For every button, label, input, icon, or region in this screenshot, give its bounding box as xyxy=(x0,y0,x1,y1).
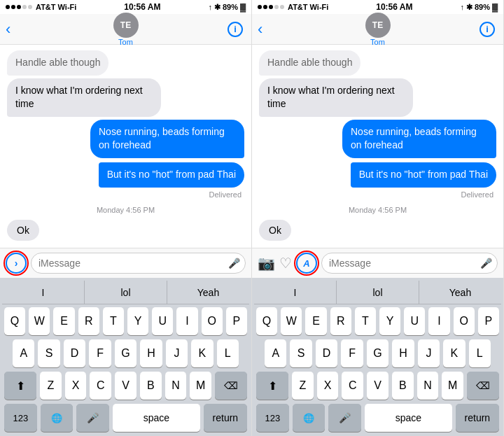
key-mic[interactable]: 🎤 xyxy=(328,404,361,432)
bubble-incoming: Handle able though xyxy=(7,50,108,76)
back-button-right[interactable]: ‹ xyxy=(258,20,262,38)
predictive-item[interactable]: Yeah xyxy=(419,281,501,304)
key-return[interactable]: return xyxy=(456,404,499,432)
key-z[interactable]: Z xyxy=(292,372,314,400)
key-b[interactable]: B xyxy=(392,372,414,400)
key-space[interactable]: space xyxy=(113,404,200,432)
key-t[interactable]: T xyxy=(355,307,376,335)
key-l[interactable]: L xyxy=(217,339,239,367)
key-f[interactable]: F xyxy=(341,339,363,367)
key-y[interactable]: Y xyxy=(379,307,400,335)
key-m[interactable]: M xyxy=(190,372,211,400)
app-store-button-right[interactable]: A xyxy=(296,253,317,274)
key-s[interactable]: S xyxy=(290,339,312,367)
key-globe[interactable]: 🌐 xyxy=(293,404,326,432)
avatar-right: TE xyxy=(365,13,391,38)
key-e[interactable]: E xyxy=(53,307,74,335)
key-a[interactable]: A xyxy=(265,339,286,367)
key-v[interactable]: V xyxy=(367,372,388,400)
key-p[interactable]: P xyxy=(478,307,499,335)
key-q[interactable]: Q xyxy=(256,307,277,335)
key-space[interactable]: space xyxy=(365,404,452,432)
key-p[interactable]: P xyxy=(226,307,247,335)
key-l[interactable]: L xyxy=(469,339,491,367)
message-input-left[interactable] xyxy=(31,253,246,274)
key-m[interactable]: M xyxy=(442,372,463,400)
predictive-bar-right: I lol Yeah xyxy=(254,281,501,304)
key-t[interactable]: T xyxy=(103,307,124,335)
back-button-left[interactable]: ‹ xyxy=(6,20,10,38)
key-shift[interactable]: ⬆ xyxy=(4,372,36,400)
predictive-item[interactable]: lol xyxy=(85,281,167,304)
key-i[interactable]: I xyxy=(176,307,197,335)
message-row: But it's no "hot" from pad Thai xyxy=(7,161,244,188)
key-row: ⬆ Z X C V B N M ⌫ xyxy=(4,372,247,400)
key-x[interactable]: X xyxy=(65,372,87,400)
key-mic[interactable]: 🎤 xyxy=(76,404,109,432)
predictive-item[interactable]: lol xyxy=(337,281,419,304)
key-j[interactable]: J xyxy=(418,339,440,367)
battery-icon-left: ▓ xyxy=(240,3,246,11)
key-k[interactable]: K xyxy=(443,339,465,367)
key-o[interactable]: O xyxy=(454,307,475,335)
key-return[interactable]: return xyxy=(204,404,247,432)
key-r[interactable]: R xyxy=(330,307,351,335)
key-u[interactable]: U xyxy=(404,307,425,335)
key-u[interactable]: U xyxy=(152,307,173,335)
predictive-item[interactable]: I xyxy=(254,281,337,304)
key-f[interactable]: F xyxy=(89,339,111,367)
heart-icon[interactable]: ♡ xyxy=(279,255,292,272)
battery-label-left: 89% xyxy=(223,3,238,11)
key-g[interactable]: G xyxy=(115,339,136,367)
key-d[interactable]: D xyxy=(316,339,337,367)
key-w[interactable]: W xyxy=(281,307,302,335)
camera-icon[interactable]: 📷 xyxy=(258,255,275,272)
key-h[interactable]: H xyxy=(392,339,414,367)
key-c[interactable]: C xyxy=(90,372,111,400)
key-n[interactable]: N xyxy=(417,372,439,400)
message-row: But it's no "hot" from pad Thai xyxy=(259,161,496,188)
key-s[interactable]: S xyxy=(38,339,59,367)
predictive-item[interactable]: I xyxy=(2,281,85,304)
key-v[interactable]: V xyxy=(115,372,136,400)
predictive-item[interactable]: Yeah xyxy=(167,281,249,304)
key-k[interactable]: K xyxy=(191,339,213,367)
messages-area-left: Handle able though I know what I'm order… xyxy=(0,45,251,248)
key-j[interactable]: J xyxy=(166,339,188,367)
key-c[interactable]: C xyxy=(342,372,363,400)
mic-icon-left: 🎤 xyxy=(228,258,240,269)
message-input-right[interactable] xyxy=(321,253,498,274)
key-e[interactable]: E xyxy=(305,307,326,335)
key-b[interactable]: B xyxy=(140,372,162,400)
key-y[interactable]: Y xyxy=(127,307,148,335)
key-x[interactable]: X xyxy=(317,372,339,400)
key-w[interactable]: W xyxy=(29,307,50,335)
key-number[interactable]: 123 xyxy=(4,404,37,432)
key-q[interactable]: Q xyxy=(4,307,25,335)
carrier-label-left: AT&T Wi-Fi xyxy=(36,3,76,11)
info-button-right[interactable]: i xyxy=(479,22,495,37)
key-row: Q W E R T Y U I O P xyxy=(4,307,247,335)
key-z[interactable]: Z xyxy=(40,372,62,400)
key-o[interactable]: O xyxy=(202,307,223,335)
key-delete[interactable]: ⌫ xyxy=(467,372,499,400)
expand-button-left[interactable]: › xyxy=(6,253,27,274)
key-a[interactable]: A xyxy=(13,339,34,367)
input-wrapper-right: 🎤 xyxy=(321,253,498,274)
key-d[interactable]: D xyxy=(64,339,85,367)
contact-name-left: Tom xyxy=(118,38,133,46)
key-row-bottom: 123 🌐 🎤 space return xyxy=(4,404,247,432)
key-r[interactable]: R xyxy=(78,307,99,335)
key-number[interactable]: 123 xyxy=(256,404,289,432)
key-shift[interactable]: ⬆ xyxy=(256,372,288,400)
key-g[interactable]: G xyxy=(367,339,388,367)
contact-info-left[interactable]: TE Tom xyxy=(113,13,139,46)
key-h[interactable]: H xyxy=(140,339,162,367)
bubble-outgoing: Nose running, beads forming on forehead xyxy=(90,120,244,158)
key-n[interactable]: N xyxy=(165,372,187,400)
key-i[interactable]: I xyxy=(428,307,449,335)
key-globe[interactable]: 🌐 xyxy=(41,404,74,432)
info-button-left[interactable]: i xyxy=(227,22,243,37)
contact-info-right[interactable]: TE Tom xyxy=(365,13,391,46)
key-delete[interactable]: ⌫ xyxy=(215,372,247,400)
